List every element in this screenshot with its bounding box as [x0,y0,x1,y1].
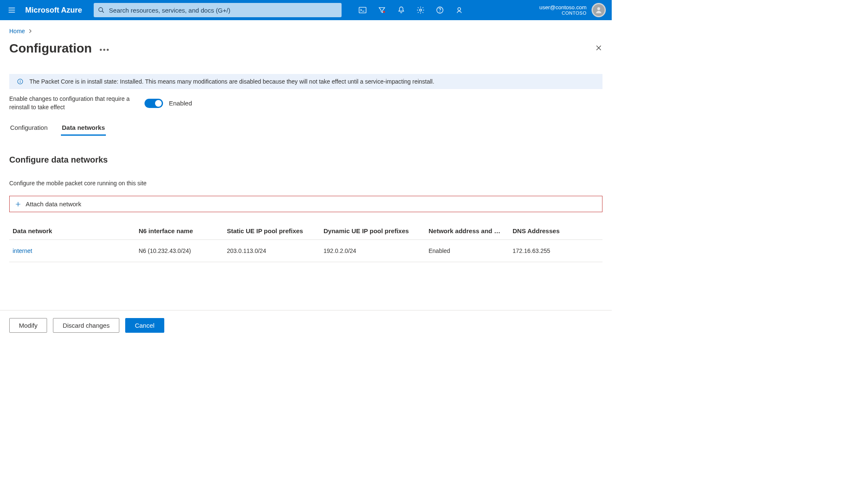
person-icon [594,6,603,14]
account-org: CONTOSO [539,11,587,16]
tab-configuration[interactable]: Configuration [9,121,48,136]
close-blade-button[interactable] [595,44,602,53]
footer-actions: Modify Discard changes Cancel [0,310,612,340]
content-area: Home Configuration ••• The Packet Core i… [0,20,612,310]
cloud-shell-icon [358,6,367,14]
global-menu-button[interactable] [3,2,20,18]
info-banner: The Packet Core is in install state: Ins… [9,74,602,89]
breadcrumb: Home [9,28,602,34]
data-networks-table: Data network N6 interface name Static UE… [9,222,602,262]
cell-dns: 172.16.63.255 [513,247,599,254]
search-icon [98,7,105,13]
col-header-data-network[interactable]: Data network [13,227,139,234]
breadcrumb-home[interactable]: Home [9,28,25,34]
table-header-row: Data network N6 interface name Static UE… [9,222,602,240]
reinstall-toggle-label: Enable changes to configuration that req… [9,95,131,111]
svg-point-0 [99,8,103,11]
tabs: Configuration Data networks [9,121,602,136]
feedback-icon [455,6,463,14]
page-title: Configuration [9,41,92,55]
col-header-nat[interactable]: Network address and … [429,227,513,234]
col-header-dns[interactable]: DNS Addresses [513,227,599,234]
global-search[interactable] [94,3,342,17]
gear-icon [416,6,425,14]
modify-button[interactable]: Modify [9,318,47,333]
svg-point-7 [440,11,441,12]
section-desc: Configure the mobile packet core running… [9,180,602,187]
title-row: Configuration ••• [9,41,602,55]
cell-nat: Enabled [429,247,513,254]
filter-icon [378,6,386,14]
reinstall-toggle-state: Enabled [169,100,192,107]
cell-static-ip: 203.0.113.0/24 [227,247,324,254]
svg-point-5 [420,9,422,11]
attach-data-network-button[interactable]: Attach data network [9,196,602,212]
chevron-right-icon [28,29,32,33]
close-icon [595,44,602,52]
topbar: Microsoft Azure user@contoso.com CONTOSO [0,0,612,20]
filters-button[interactable] [373,1,391,19]
reinstall-toggle-row: Enable changes to configuration that req… [9,95,602,111]
tab-data-networks[interactable]: Data networks [61,121,106,136]
col-header-static-ip[interactable]: Static UE IP pool prefixes [227,227,324,234]
settings-button[interactable] [411,1,430,19]
svg-point-8 [458,8,461,11]
account-menu[interactable]: user@contoso.com CONTOSO [539,3,608,17]
col-header-dynamic-ip[interactable]: Dynamic UE IP pool prefixes [324,227,429,234]
svg-point-4 [383,11,385,13]
attach-data-network-label: Attach data network [26,200,82,208]
table-row: internet N6 (10.232.43.0/24) 203.0.113.0… [9,240,602,262]
hamburger-icon [8,6,16,14]
cloud-shell-button[interactable] [353,1,372,19]
cell-dynamic-ip: 192.0.2.0/24 [324,247,429,254]
help-button[interactable] [431,1,449,19]
section-title: Configure data networks [9,155,602,165]
col-header-n6[interactable]: N6 interface name [139,227,227,234]
info-banner-text: The Packet Core is in install state: Ins… [29,78,434,85]
account-email: user@contoso.com [539,4,587,11]
account-text: user@contoso.com CONTOSO [539,4,587,16]
data-network-link[interactable]: internet [13,247,139,254]
more-actions-button[interactable]: ••• [100,43,110,54]
help-icon [436,6,444,14]
feedback-button[interactable] [450,1,468,19]
svg-point-11 [20,80,21,81]
reinstall-toggle[interactable] [145,99,163,108]
info-icon [17,78,24,85]
cell-n6: N6 (10.232.43.0/24) [139,247,227,254]
svg-line-1 [102,11,104,13]
svg-rect-2 [359,7,366,13]
notifications-button[interactable] [392,1,410,19]
bell-icon [397,6,405,14]
svg-point-9 [597,7,600,10]
cancel-button[interactable]: Cancel [125,318,164,333]
search-input[interactable] [109,7,337,14]
avatar[interactable] [592,3,606,17]
brand-logo[interactable]: Microsoft Azure [25,6,82,15]
topbar-actions [353,1,468,19]
plus-icon [15,201,21,208]
discard-button[interactable]: Discard changes [53,318,119,333]
